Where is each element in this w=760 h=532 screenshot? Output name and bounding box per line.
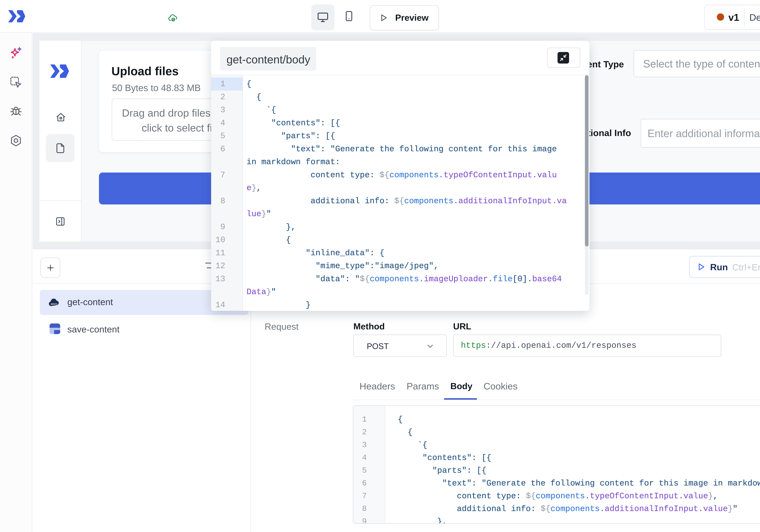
svg-text:{REST}: {REST} <box>51 303 57 305</box>
